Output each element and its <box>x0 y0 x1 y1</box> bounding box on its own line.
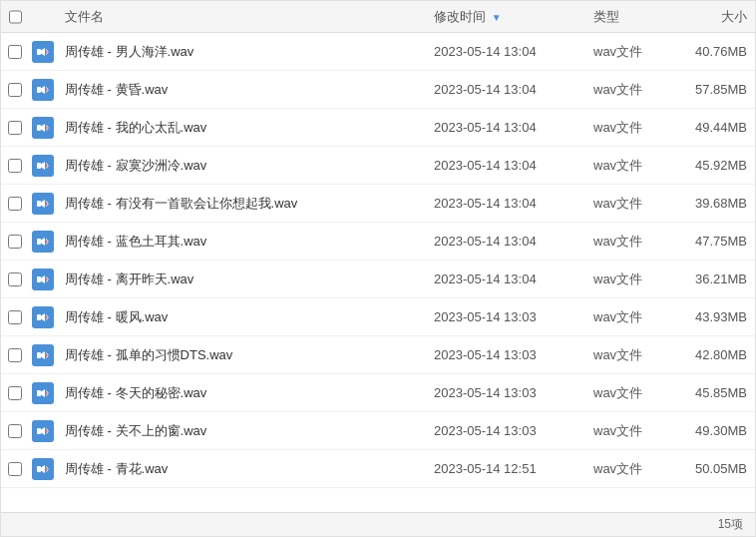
header-size-col[interactable]: 大小 <box>665 8 755 26</box>
file-type: wav文件 <box>585 384 665 402</box>
file-type: wav文件 <box>585 422 665 440</box>
row-icon-cell <box>29 79 57 101</box>
file-date: 2023-05-14 13:03 <box>426 385 585 400</box>
file-type-icon <box>32 344 54 366</box>
table-row[interactable]: 周传雄 - 冬天的秘密.wav 2023-05-14 13:03 wav文件 4… <box>1 374 755 412</box>
row-checkbox-cell <box>1 348 29 362</box>
file-name[interactable]: 周传雄 - 离开昨天.wav <box>57 270 426 288</box>
svg-rect-18 <box>37 390 41 396</box>
file-name[interactable]: 周传雄 - 黄昏.wav <box>57 81 426 99</box>
svg-rect-2 <box>37 87 41 93</box>
table-row[interactable]: 周传雄 - 离开昨天.wav 2023-05-14 13:04 wav文件 36… <box>1 261 755 298</box>
row-icon-cell <box>29 306 57 328</box>
row-checkbox[interactable] <box>8 310 22 324</box>
file-type-icon <box>32 458 54 480</box>
svg-rect-12 <box>37 276 41 282</box>
file-name[interactable]: 周传雄 - 我的心太乱.wav <box>57 119 426 137</box>
table-row[interactable]: 周传雄 - 青花.wav 2023-05-14 12:51 wav文件 50.0… <box>1 450 755 488</box>
table-body: 周传雄 - 男人海洋.wav 2023-05-14 13:04 wav文件 40… <box>1 33 755 512</box>
audio-icon <box>36 424 50 438</box>
file-name[interactable]: 周传雄 - 关不上的窗.wav <box>57 422 426 440</box>
row-checkbox[interactable] <box>8 348 22 362</box>
file-name[interactable]: 周传雄 - 有没有一首歌会让你想起我.wav <box>57 195 426 213</box>
table-row[interactable]: 周传雄 - 蓝色土耳其.wav 2023-05-14 13:04 wav文件 4… <box>1 223 755 261</box>
audio-icon <box>36 45 50 59</box>
header-type-col[interactable]: 类型 <box>585 8 665 26</box>
header-checkbox-col <box>1 10 29 24</box>
file-date: 2023-05-14 13:04 <box>426 158 585 173</box>
row-checkbox-cell <box>1 310 29 324</box>
audio-icon <box>36 83 50 97</box>
file-size: 47.75MB <box>665 234 755 249</box>
file-name[interactable]: 周传雄 - 青花.wav <box>57 460 426 478</box>
file-date: 2023-05-14 13:04 <box>426 234 585 249</box>
table-row[interactable]: 周传雄 - 黄昏.wav 2023-05-14 13:04 wav文件 57.8… <box>1 71 755 109</box>
table-row[interactable]: 周传雄 - 关不上的窗.wav 2023-05-14 13:03 wav文件 4… <box>1 412 755 450</box>
file-name[interactable]: 周传雄 - 孤单的习惯DTS.wav <box>57 346 426 364</box>
row-checkbox[interactable] <box>8 235 22 249</box>
row-icon-cell <box>29 117 57 139</box>
row-icon-cell <box>29 344 57 366</box>
row-checkbox[interactable] <box>8 386 22 400</box>
audio-icon <box>36 348 50 362</box>
file-type: wav文件 <box>585 119 665 137</box>
file-name[interactable]: 周传雄 - 冬天的秘密.wav <box>57 384 426 402</box>
row-icon-cell <box>29 382 57 404</box>
row-checkbox-cell <box>1 424 29 438</box>
row-checkbox[interactable] <box>8 462 22 476</box>
file-type: wav文件 <box>585 233 665 251</box>
file-type: wav文件 <box>585 195 665 213</box>
row-checkbox[interactable] <box>8 197 22 211</box>
table-row[interactable]: 周传雄 - 孤单的习惯DTS.wav 2023-05-14 13:03 wav文… <box>1 336 755 374</box>
file-type-icon <box>32 382 54 404</box>
row-checkbox[interactable] <box>8 424 22 438</box>
row-checkbox-cell <box>1 159 29 173</box>
row-checkbox[interactable] <box>8 83 22 97</box>
row-checkbox[interactable] <box>8 121 22 135</box>
file-type-icon <box>32 193 54 215</box>
file-name[interactable]: 周传雄 - 男人海洋.wav <box>57 43 426 61</box>
file-size: 40.76MB <box>665 44 755 59</box>
file-size: 50.05MB <box>665 461 755 476</box>
row-checkbox-cell <box>1 197 29 211</box>
file-date: 2023-05-14 13:04 <box>426 120 585 135</box>
file-date: 2023-05-14 13:03 <box>426 347 585 362</box>
table-row[interactable]: 周传雄 - 我的心太乱.wav 2023-05-14 13:04 wav文件 4… <box>1 109 755 147</box>
row-checkbox-cell <box>1 272 29 286</box>
file-size: 49.30MB <box>665 423 755 438</box>
header-name-col[interactable]: 文件名 <box>57 8 426 26</box>
row-checkbox[interactable] <box>8 45 22 59</box>
file-date: 2023-05-14 13:04 <box>426 196 585 211</box>
file-manager: 文件名 修改时间 ▼ 类型 大小 周传雄 - <box>0 0 756 537</box>
status-bar: 15项 <box>1 512 755 536</box>
svg-rect-0 <box>37 49 41 55</box>
row-checkbox[interactable] <box>8 159 22 173</box>
select-all-checkbox[interactable] <box>9 10 22 24</box>
file-name[interactable]: 周传雄 - 寂寞沙洲冷.wav <box>57 157 426 175</box>
row-checkbox[interactable] <box>8 272 22 286</box>
file-type: wav文件 <box>585 346 665 364</box>
row-icon-cell <box>29 193 57 215</box>
table-row[interactable]: 周传雄 - 寂寞沙洲冷.wav 2023-05-14 13:04 wav文件 4… <box>1 147 755 185</box>
row-checkbox-cell <box>1 386 29 400</box>
row-icon-cell <box>29 231 57 253</box>
table-row[interactable]: 周传雄 - 有没有一首歌会让你想起我.wav 2023-05-14 13:04 … <box>1 185 755 223</box>
svg-rect-6 <box>37 163 41 169</box>
file-type-icon <box>32 41 54 63</box>
svg-rect-8 <box>37 201 41 207</box>
table-row[interactable]: 周传雄 - 男人海洋.wav 2023-05-14 13:04 wav文件 40… <box>1 33 755 71</box>
file-type-icon <box>32 231 54 253</box>
file-name[interactable]: 周传雄 - 蓝色土耳其.wav <box>57 233 426 251</box>
svg-rect-14 <box>37 314 41 320</box>
file-count: 15项 <box>718 516 743 533</box>
audio-icon <box>36 159 50 173</box>
row-icon-cell <box>29 155 57 177</box>
file-type-icon <box>32 117 54 139</box>
file-type-icon <box>32 155 54 177</box>
file-date: 2023-05-14 13:04 <box>426 82 585 97</box>
row-icon-cell <box>29 268 57 290</box>
svg-rect-22 <box>37 466 41 472</box>
file-name[interactable]: 周传雄 - 暖风.wav <box>57 308 426 326</box>
header-date-col[interactable]: 修改时间 ▼ <box>426 8 585 26</box>
table-row[interactable]: 周传雄 - 暖风.wav 2023-05-14 13:03 wav文件 43.9… <box>1 298 755 336</box>
